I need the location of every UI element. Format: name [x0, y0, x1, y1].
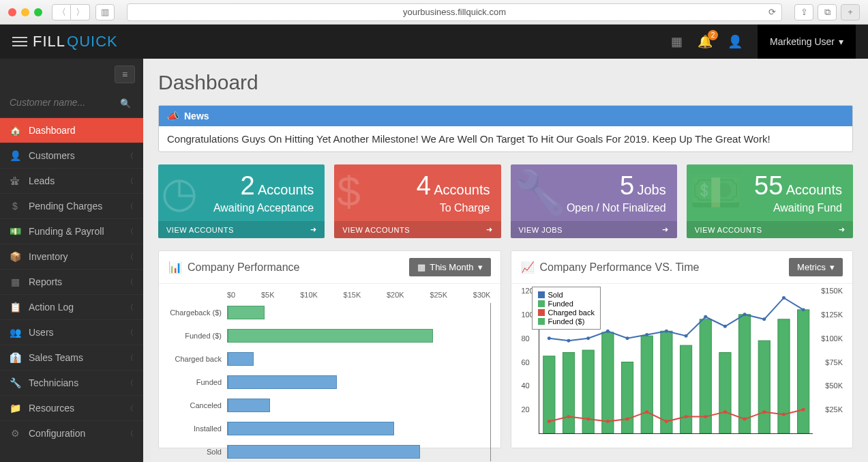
logo-text-fill: FILL [33, 33, 65, 50]
sidebar-toggle-button[interactable]: ▥ [95, 4, 115, 20]
bar [228, 422, 394, 435]
bar-label: Sold [168, 448, 227, 456]
search-input[interactable] [10, 97, 134, 108]
bar-chart-icon: 📊 [168, 261, 182, 274]
bar-row: Funded [168, 373, 490, 392]
sidebar-item-configuration[interactable]: ⚙Configuration〈 [0, 420, 143, 446]
sidebar-item-sales-teams[interactable]: 👔Sales Teams〈 [0, 345, 143, 370]
profile-icon[interactable]: 👤 [728, 34, 743, 49]
bar [228, 329, 433, 343]
sidebar-search[interactable]: 🔍 [0, 90, 143, 117]
sidebar-item-icon: 👔 [10, 352, 20, 363]
svg-rect-10 [738, 315, 750, 433]
panel-title: 📈 Company Performance VS. Time [521, 261, 700, 274]
sidebar-collapse-button[interactable]: ≡ [115, 66, 135, 83]
legend-item: Funded [538, 300, 595, 308]
chevron-left-icon: 〈 [126, 328, 134, 338]
notifications-icon[interactable]: 🔔 2 [698, 34, 713, 49]
svg-point-30 [586, 418, 590, 421]
svg-point-31 [605, 420, 609, 423]
bar-label: Charged back [168, 355, 227, 363]
sidebar-item-dashboard[interactable]: 🏠Dashboard [0, 117, 143, 143]
sidebar-item-label: Funding & Payroll [29, 226, 104, 237]
sidebar-item-label: Technicians [29, 377, 78, 388]
svg-rect-3 [601, 332, 613, 433]
close-window-icon[interactable] [8, 8, 16, 16]
svg-rect-9 [719, 353, 730, 433]
sidebar-item-customers[interactable]: 👤Customers〈 [0, 143, 143, 168]
sidebar-item-label: Dashboard [29, 125, 76, 136]
sidebar-item-icon: 🔧 [10, 377, 20, 388]
stat-footer-link[interactable]: VIEW ACCOUNTS➜ [334, 221, 500, 238]
axis-tick: $100K [821, 334, 843, 343]
stat-count: 2 [240, 171, 254, 200]
bar [228, 306, 265, 319]
axis-tick: $25K [430, 291, 447, 299]
bar-label: Chargeback ($) [168, 308, 227, 317]
url-bar[interactable]: yourbusiness.fillquick.com ⟳ [127, 3, 782, 21]
app-header: FILLQUICK ▦ 🔔 2 👤 Marketing User ▾ [0, 25, 868, 59]
chevron-down-icon: ▾ [839, 36, 843, 47]
chevron-left-icon: 〈 [126, 277, 134, 287]
app-logo[interactable]: FILLQUICK [12, 33, 118, 50]
svg-point-17 [605, 330, 609, 333]
browser-chrome: 〈 〉 ▥ yourbusiness.fillquick.com ⟳ ⇪ ⧉ + [0, 0, 868, 25]
sidebar-item-icon: 📁 [10, 403, 20, 414]
forward-button[interactable]: 〉 [71, 4, 90, 20]
sidebar-item-action-log[interactable]: 📋Action Log〈 [0, 294, 143, 319]
combo-chart: SoldFundedCharged backFunded ($) 1201008… [511, 284, 853, 448]
panel-title: 📊 Company Performance [168, 261, 300, 274]
axis-tick: $50K [825, 381, 843, 390]
sidebar-item-users[interactable]: 👥Users〈 [0, 319, 143, 345]
zoom-window-icon[interactable] [34, 8, 42, 16]
arrow-right-icon: ➜ [310, 225, 317, 234]
svg-rect-4 [621, 362, 633, 434]
back-button[interactable]: 〈 [52, 4, 71, 20]
sidebar-item-funding-payroll[interactable]: 💵Funding & Payroll〈 [0, 218, 143, 244]
sidebar-item-resources[interactable]: 📁Resources〈 [0, 395, 143, 420]
main-content: Dashboard 📣 News Congratulations Guys On… [143, 59, 868, 462]
calendar-icon[interactable]: ▦ [671, 34, 683, 49]
chevron-left-icon: 〈 [126, 252, 134, 262]
svg-point-28 [547, 420, 550, 423]
reload-icon[interactable]: ⟳ [768, 7, 776, 17]
sidebar-item-reports[interactable]: ▦Reports〈 [0, 269, 143, 294]
legend-item: Charged back [538, 308, 595, 317]
user-menu[interactable]: Marketing User ▾ [758, 25, 856, 59]
share-button[interactable]: ⇪ [794, 4, 813, 20]
sidebar-item-inventory[interactable]: 📦Inventory〈 [0, 244, 143, 269]
tabs-button[interactable]: ⧉ [818, 4, 837, 20]
axis-tick: $75K [825, 358, 843, 366]
svg-point-26 [781, 296, 785, 300]
megaphone-icon: 📣 [167, 111, 179, 121]
svg-point-38 [743, 418, 746, 421]
axis-tick: 20 [522, 405, 530, 414]
svg-rect-6 [660, 331, 672, 433]
metrics-dropdown[interactable]: Metrics ▾ [789, 258, 843, 276]
sidebar-item-icon: 👤 [10, 150, 20, 161]
stat-footer-link[interactable]: VIEW ACCOUNTS➜ [158, 221, 325, 238]
sidebar-item-icon: ▦ [10, 276, 20, 287]
svg-rect-11 [758, 341, 770, 433]
stat-unit: Jobs [638, 182, 666, 197]
stat-card: 🔧5 JobsOpen / Not FinalizedVIEW JOBS➜ [511, 164, 677, 238]
minimize-window-icon[interactable] [21, 8, 29, 16]
stat-footer-link[interactable]: VIEW JOBS➜ [511, 221, 677, 238]
sidebar-item-icon: $ [10, 201, 20, 212]
new-tab-button[interactable]: + [841, 4, 860, 20]
sidebar-item-technicians[interactable]: 🔧Technicians〈 [0, 370, 143, 395]
company-performance-panel: 📊 Company Performance ▦ This Month ▾ $0$… [158, 250, 501, 448]
sidebar-item-label: Reports [29, 276, 62, 287]
sidebar-item-leads[interactable]: 🛣Leads〈 [0, 168, 143, 193]
menu-icon[interactable] [12, 37, 27, 46]
stat-unit: Accounts [434, 182, 490, 197]
svg-point-40 [781, 413, 785, 416]
bar-label: Installed [168, 424, 227, 433]
svg-rect-13 [797, 310, 809, 433]
sidebar-item-icon: 👥 [10, 327, 20, 338]
sidebar-item-pending-charges[interactable]: $Pending Charges〈 [0, 193, 143, 218]
bar-row: Charged back [168, 349, 490, 369]
period-dropdown[interactable]: ▦ This Month ▾ [409, 258, 490, 276]
bar-label: Funded ($) [168, 332, 227, 340]
stat-footer-link[interactable]: VIEW ACCOUNTS➜ [687, 221, 853, 238]
